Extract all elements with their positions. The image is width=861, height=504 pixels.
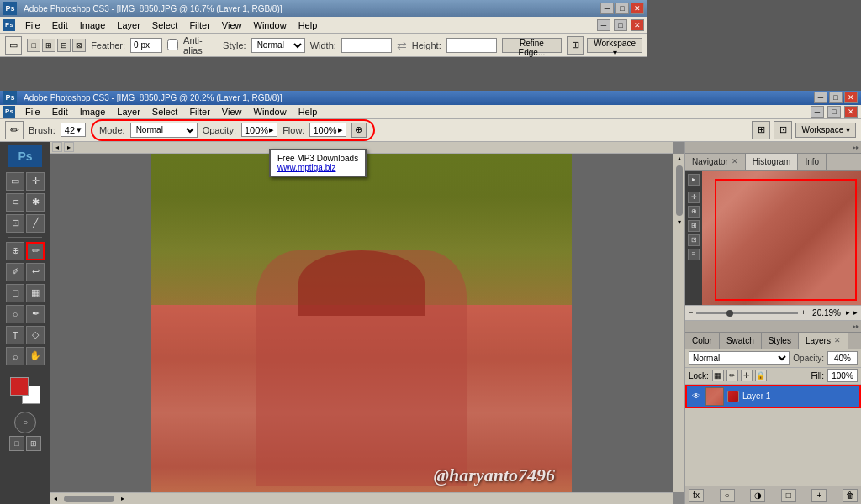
lasso-tool[interactable]: ⊂ <box>6 193 24 212</box>
bg-feather-input[interactable] <box>130 38 162 53</box>
bg-width-swap[interactable]: ⇄ <box>397 39 407 52</box>
fg-minimize-btn[interactable]: ─ <box>814 92 827 103</box>
delete-layer-btn[interactable]: 🗑 <box>843 489 858 502</box>
bg-extra-btn[interactable]: ⊞ <box>567 36 584 55</box>
fg-extra-btn[interactable]: ⊞ <box>752 121 770 139</box>
scroll-left-arrow[interactable]: ◂ <box>50 494 61 504</box>
healing-tool[interactable]: ⊕ <box>6 242 24 260</box>
fg-win-min[interactable]: ─ <box>811 106 824 118</box>
bg-opt-btn1[interactable]: □ <box>27 39 40 52</box>
fg-maximize-btn[interactable]: □ <box>829 92 843 103</box>
bg-win-min[interactable]: ─ <box>597 19 610 31</box>
fg-win-close[interactable]: ✕ <box>844 106 858 118</box>
nav-tool-5[interactable]: ⊡ <box>688 234 700 246</box>
fg-menu-file[interactable]: File <box>20 105 45 118</box>
clone-tool[interactable]: ✐ <box>6 263 24 281</box>
nav-tool-1[interactable]: ▸ <box>688 174 700 186</box>
blend-mode-select[interactable]: Normal <box>689 351 790 365</box>
lock-all[interactable]: 🔒 <box>755 370 767 381</box>
scroll-right-arrow[interactable]: ▸ <box>118 494 128 504</box>
zoom-in-btn[interactable]: + <box>801 308 806 317</box>
magic-wand-tool[interactable]: ✱ <box>26 193 45 212</box>
layer-mask-btn[interactable]: ○ <box>720 489 735 502</box>
fg-flow-arrow[interactable]: ▸ <box>338 124 343 135</box>
eyedropper-tool[interactable]: ╱ <box>26 214 45 233</box>
zoom-out-btn[interactable]: − <box>689 308 693 317</box>
nav-tool-6[interactable]: ≡ <box>688 249 700 260</box>
zoom-extra2[interactable]: ▸ <box>853 308 858 317</box>
fg-menu-help[interactable]: Help <box>293 105 323 118</box>
fg-flow-control[interactable]: 100% ▸ <box>309 123 346 137</box>
dodge-tool[interactable]: ○ <box>6 305 24 323</box>
tab-info[interactable]: Info <box>798 154 827 170</box>
scroll-down-arrow[interactable]: ▾ <box>674 218 684 228</box>
canvas-right-scroll[interactable]: ▸ <box>64 142 74 152</box>
crop-tool[interactable]: ⊡ <box>6 214 24 233</box>
tab-swatch[interactable]: Swatch <box>720 333 762 349</box>
fg-close-btn[interactable]: ✕ <box>844 92 858 103</box>
bg-style-select[interactable]: Normal <box>251 38 305 53</box>
quick-mask-btn[interactable]: ○ <box>14 412 36 433</box>
fg-brush-dropdown[interactable]: ▾ <box>77 124 82 135</box>
foreground-color-swatch[interactable] <box>10 377 29 396</box>
fg-menu-select[interactable]: Select <box>147 105 183 118</box>
bg-menu-help[interactable]: Help <box>293 18 323 32</box>
zoom-track[interactable] <box>696 312 798 314</box>
bg-win-close[interactable]: ✕ <box>631 19 644 31</box>
fg-workspace-btn[interactable]: Workspace ▾ <box>795 123 856 138</box>
layer-1-visibility[interactable]: 👁 <box>690 391 702 402</box>
horizontal-scrollbar[interactable]: ◂ ▸ <box>50 492 673 504</box>
scroll-thumb[interactable] <box>676 165 683 216</box>
bg-opt-btn2[interactable]: ⊞ <box>42 39 55 52</box>
bg-refine-btn[interactable]: Refine Edge... <box>502 38 562 53</box>
zoom-thumb[interactable] <box>726 310 733 317</box>
fullscreen-btn[interactable]: ⊞ <box>26 436 41 451</box>
bg-menu-view[interactable]: View <box>217 18 247 32</box>
bg-opt-btn4[interactable]: ⊠ <box>72 39 86 52</box>
hscroll-thumb[interactable] <box>64 496 114 502</box>
bg-menu-image[interactable]: Image <box>75 18 111 32</box>
fg-menu-image[interactable]: Image <box>75 105 111 118</box>
tab-color[interactable]: Color <box>685 333 720 349</box>
lock-paint[interactable]: ✏ <box>726 370 738 381</box>
fg-airbrush-btn[interactable]: ⊕ <box>351 123 367 138</box>
bg-menu-file[interactable]: File <box>20 18 45 32</box>
layers-options-btn[interactable]: ▸▸ <box>853 323 859 330</box>
fg-opacity-control[interactable]: 100% ▸ <box>241 123 277 137</box>
canvas-image-container[interactable]: @haryanto7496 <box>151 142 572 503</box>
eraser-tool[interactable]: ◻ <box>6 284 24 302</box>
marquee-tool[interactable]: ▭ <box>6 172 24 191</box>
hand-tool[interactable]: ✋ <box>26 347 45 365</box>
fill-input[interactable] <box>827 369 858 382</box>
canvas-left-scroll[interactable]: ◂ <box>52 142 62 152</box>
brush-tool[interactable]: ✏ <box>26 242 45 260</box>
layer-style-btn[interactable]: fx <box>689 489 704 502</box>
bg-opt-btn3[interactable]: ⊟ <box>57 39 71 52</box>
nav-tool-2[interactable]: ✛ <box>688 192 700 203</box>
tab-layers-close[interactable]: ✕ <box>834 336 841 344</box>
gradient-tool[interactable]: ▦ <box>26 284 45 302</box>
fg-extra-btn2[interactable]: ⊡ <box>774 121 792 139</box>
fg-menu-filter[interactable]: Filter <box>184 105 214 118</box>
scroll-up-arrow[interactable]: ▴ <box>674 154 684 164</box>
tab-navigator[interactable]: Navigator✕ <box>685 154 746 170</box>
bg-height-input[interactable] <box>446 38 497 53</box>
new-layer-btn[interactable]: + <box>811 489 827 502</box>
tab-styles[interactable]: Styles <box>762 333 799 349</box>
zoom-extra[interactable]: ▸ <box>846 308 850 317</box>
nav-tool-3[interactable]: ⊕ <box>688 206 700 218</box>
opacity-input[interactable] <box>827 351 858 365</box>
lock-transparency[interactable]: ▦ <box>712 370 724 381</box>
tab-histogram[interactable]: Histogram <box>746 154 799 170</box>
tab-navigator-close[interactable]: ✕ <box>732 157 738 165</box>
fg-win-max[interactable]: □ <box>827 106 841 118</box>
bg-antialias-check[interactable] <box>167 39 178 50</box>
fg-menu-view[interactable]: View <box>217 105 247 118</box>
bg-close-btn[interactable]: ✕ <box>631 3 644 14</box>
tab-layers[interactable]: Layers✕ <box>799 333 848 349</box>
screen-mode-btn[interactable]: □ <box>9 436 24 451</box>
move-tool[interactable]: ✛ <box>26 172 45 191</box>
fg-brush-tool-icon[interactable]: ✏ <box>5 121 24 139</box>
nav-tool-4[interactable]: ⊞ <box>688 220 700 232</box>
layer-item-1[interactable]: 👁 Layer 1 <box>685 385 861 408</box>
